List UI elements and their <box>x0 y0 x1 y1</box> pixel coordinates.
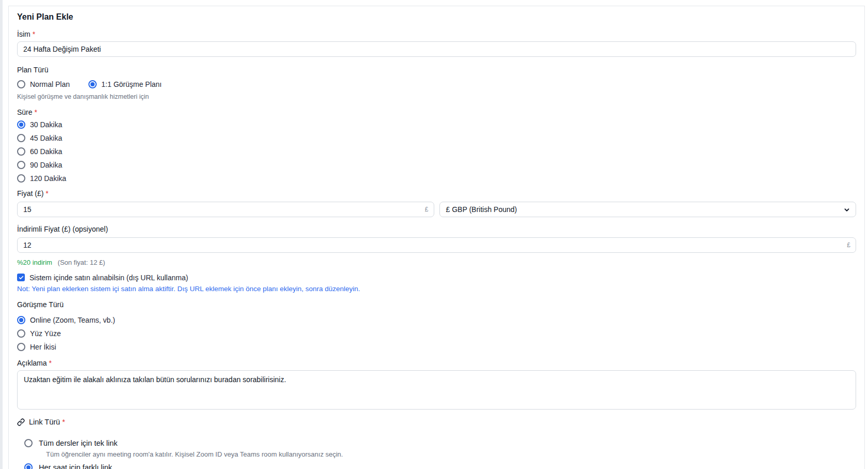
purchase-note: Not: Yeni plan eklerken sistem içi satın… <box>17 285 856 293</box>
link-type-radio-group: Tüm dersler için tek link Tüm öğrenciler… <box>24 438 856 469</box>
discount-price-input[interactable] <box>17 237 856 253</box>
plan-type-label: Plan Türü <box>17 66 856 74</box>
radio-option-online[interactable]: Online (Zoom, Teams, vb.) <box>17 315 856 325</box>
page-title: Yeni Plan Ekle <box>17 12 856 22</box>
radio-icon[interactable] <box>17 174 25 183</box>
in-system-purchase-option[interactable]: Sistem içinde satın alınabilsin (dış URL… <box>17 273 856 282</box>
radio-checked-icon[interactable] <box>17 316 25 324</box>
discount-percent-text: %20 indirim <box>17 259 52 266</box>
radio-option-different-link-per-session[interactable]: Her saat için farklı link <box>24 463 856 469</box>
radio-checked-icon[interactable] <box>88 80 97 88</box>
radio-icon[interactable] <box>17 80 25 88</box>
name-input[interactable] <box>17 41 856 57</box>
plan-type-radio-group: Normal Plan 1:1 Görüşme Planı <box>17 80 856 89</box>
meeting-type-label: Görüşme Türü <box>17 300 856 309</box>
radio-checked-icon[interactable] <box>24 463 33 469</box>
name-label: İsim* <box>17 30 856 38</box>
checkbox-checked-icon[interactable] <box>17 274 25 281</box>
required-marker: * <box>33 30 35 38</box>
currency-select-value: £ GBP (British Pound) <box>446 205 517 214</box>
radio-option-one-on-one-plan[interactable]: 1:1 Görüşme Planı <box>88 80 162 89</box>
check-icon <box>19 275 24 280</box>
link-icon <box>17 418 25 426</box>
link-type-header: Link Türü* <box>17 417 856 427</box>
required-marker: * <box>45 189 48 198</box>
radio-icon[interactable] <box>17 134 25 142</box>
radio-icon[interactable] <box>17 329 25 338</box>
radio-icon[interactable] <box>17 147 25 156</box>
price-input[interactable] <box>17 202 434 217</box>
radio-icon[interactable] <box>24 439 33 447</box>
radio-icon[interactable] <box>17 343 25 351</box>
new-plan-form-card: Yeni Plan Ekle İsim* Plan Türü Normal Pl… <box>8 6 865 469</box>
duration-label: Süre* <box>17 108 856 116</box>
required-marker: * <box>62 418 65 426</box>
radio-option-single-link[interactable]: Tüm dersler için tek link <box>24 438 856 448</box>
description-textarea[interactable]: Uzaktan eğitim ile alakalı aklınıza takı… <box>17 370 856 410</box>
chevron-down-icon <box>843 206 850 214</box>
radio-option-90-dakika[interactable]: 90 Dakika <box>17 160 856 170</box>
currency-select[interactable]: £ GBP (British Pound) <box>439 202 857 217</box>
radio-option-60-dakika[interactable]: 60 Dakika <box>17 147 856 156</box>
link-type-label: Link Türü* <box>29 418 65 426</box>
checkbox-label: Sistem içinde satın alınabilsin (dış URL… <box>29 274 188 282</box>
radio-option-120-dakika[interactable]: 120 Dakika <box>17 174 856 183</box>
plan-type-helper: Kişisel görüşme ve danışmanlık hizmetler… <box>17 93 856 101</box>
single-link-helper: Tüm öğrenciler aynı meeting room'a katıl… <box>46 450 856 458</box>
duration-radio-group: 30 Dakika 45 Dakika 60 Dakika 90 Dakika … <box>17 120 856 183</box>
page-left-edge <box>0 0 3 469</box>
radio-checked-icon[interactable] <box>17 120 25 129</box>
discount-info: %20 indirim (Son fiyat: 12 £) <box>17 259 856 266</box>
discount-price-label: İndirimli Fiyat (£) (opsiyonel) <box>17 225 856 233</box>
meeting-type-radio-group: Online (Zoom, Teams, vb.) Yüz Yüze Her İ… <box>17 315 856 352</box>
price-label: Fiyat (£)* <box>17 189 856 198</box>
radio-option-30-dakika[interactable]: 30 Dakika <box>17 120 856 129</box>
final-price-text: (Son fiyat: 12 £) <box>58 259 105 266</box>
required-marker: * <box>49 359 52 367</box>
radio-option-45-dakika[interactable]: 45 Dakika <box>17 133 856 143</box>
radio-option-her-ikisi[interactable]: Her İkisi <box>17 342 856 352</box>
radio-icon[interactable] <box>17 161 25 169</box>
description-label: Açıklama* <box>17 359 856 367</box>
radio-option-yuz-yuze[interactable]: Yüz Yüze <box>17 329 856 338</box>
required-marker: * <box>35 108 37 116</box>
radio-option-normal-plan[interactable]: Normal Plan <box>17 80 70 89</box>
